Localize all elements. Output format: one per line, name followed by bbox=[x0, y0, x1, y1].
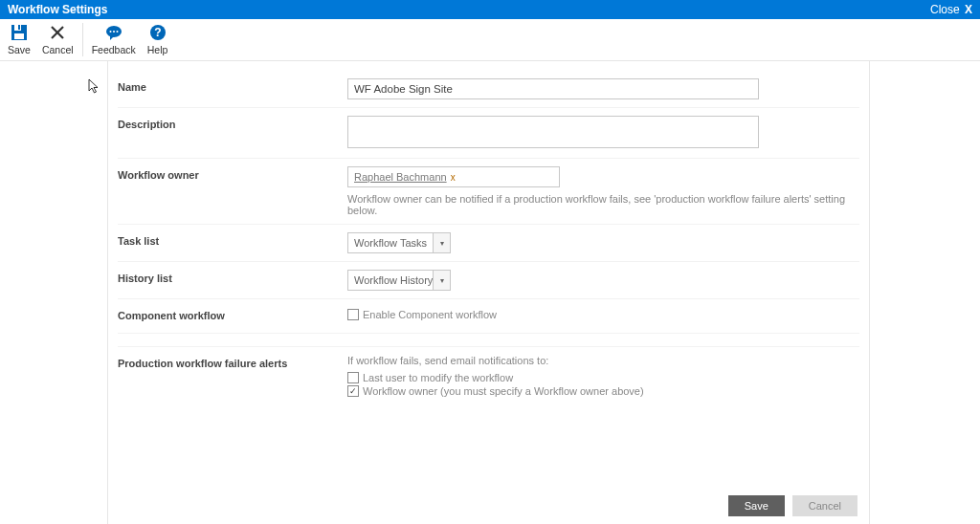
feedback-icon bbox=[104, 23, 123, 42]
alerts-lastuser-checkbox[interactable] bbox=[347, 372, 359, 383]
left-gutter bbox=[0, 61, 107, 524]
name-label: Name bbox=[118, 78, 347, 93]
mouse-cursor-icon bbox=[88, 78, 100, 96]
ribbon-cancel-button[interactable]: Cancel bbox=[36, 19, 79, 60]
close-x-icon: X bbox=[962, 3, 972, 16]
description-textarea[interactable] bbox=[347, 116, 759, 148]
help-icon: ? bbox=[148, 23, 167, 42]
owner-label: Workflow owner bbox=[118, 166, 347, 181]
titlebar: Workflow Settings Close X bbox=[0, 0, 980, 19]
component-checkbox-label: Enable Component workflow bbox=[363, 309, 497, 320]
settings-panel: Name Description Workflow owner Raphael … bbox=[107, 61, 870, 524]
owner-people-picker[interactable]: Raphael Bachmann x bbox=[347, 166, 560, 187]
alerts-label: Production workflow failure alerts bbox=[118, 355, 347, 369]
chevron-down-icon: ▾ bbox=[433, 271, 450, 290]
ribbon-feedback-button[interactable]: Feedback bbox=[86, 19, 142, 60]
ribbon-help-button[interactable]: ? Help bbox=[142, 19, 174, 60]
alerts-owner-checkbox[interactable]: ✓ bbox=[347, 385, 359, 397]
tasklist-select[interactable]: Workflow Tasks ▾ bbox=[347, 232, 451, 253]
historylist-label: History list bbox=[118, 270, 347, 284]
owner-person-link[interactable]: Raphael Bachmann bbox=[354, 171, 447, 183]
cancel-icon bbox=[48, 23, 67, 42]
window-title: Workflow Settings bbox=[8, 0, 107, 19]
historylist-select[interactable]: Workflow History ▾ bbox=[347, 270, 451, 291]
ribbon-toolbar: Save Cancel Feedback ? Help bbox=[0, 19, 980, 61]
chevron-down-icon: ▾ bbox=[433, 233, 450, 252]
save-button[interactable]: Save bbox=[728, 495, 785, 516]
close-button[interactable]: Close X bbox=[930, 0, 972, 19]
save-icon bbox=[10, 23, 29, 42]
svg-point-8 bbox=[113, 31, 115, 33]
component-label: Component workflow bbox=[118, 307, 347, 321]
owner-remove-icon[interactable]: x bbox=[451, 172, 456, 183]
ribbon-save-button[interactable]: Save bbox=[2, 19, 36, 60]
cancel-button[interactable]: Cancel bbox=[792, 495, 858, 516]
alerts-owner-label: Workflow owner (you must specify a Workf… bbox=[363, 385, 644, 397]
component-checkbox[interactable] bbox=[347, 309, 359, 320]
alerts-intro: If workflow fails, send email notificati… bbox=[347, 355, 859, 366]
svg-rect-3 bbox=[18, 25, 20, 30]
section-divider bbox=[118, 333, 859, 346]
svg-rect-2 bbox=[14, 33, 24, 39]
alerts-lastuser-label: Last user to modify the workflow bbox=[363, 372, 513, 383]
svg-point-9 bbox=[116, 31, 118, 33]
ribbon-separator bbox=[82, 23, 83, 56]
footer-actions: Save Cancel bbox=[728, 495, 858, 516]
owner-hint: Workflow owner can be notified if a prod… bbox=[347, 193, 859, 216]
tasklist-label: Task list bbox=[118, 232, 347, 247]
svg-text:?: ? bbox=[154, 26, 161, 39]
description-label: Description bbox=[118, 116, 347, 130]
name-input[interactable] bbox=[347, 78, 759, 99]
svg-point-7 bbox=[109, 31, 111, 33]
